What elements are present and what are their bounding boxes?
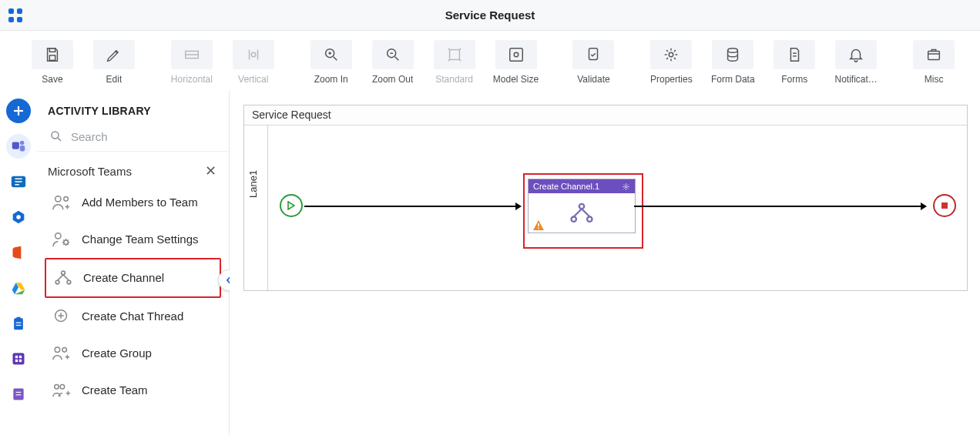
activity-create-channel[interactable]: Create Channel — [45, 258, 221, 298]
rail-teams-icon[interactable] — [6, 134, 31, 159]
start-node[interactable] — [280, 194, 303, 217]
svg-point-53 — [64, 197, 69, 202]
activity-label: Create Team — [82, 383, 148, 397]
model-size-label: Model Size — [493, 74, 539, 85]
end-node[interactable] — [933, 194, 956, 217]
activity-create-chat-thread[interactable]: Create Chat Thread — [45, 298, 221, 335]
main: ACTIVITY LIBRARY Microsoft Teams ✕ Add M… — [0, 91, 980, 435]
search-box[interactable] — [37, 129, 229, 152]
rail-hexagon-icon[interactable] — [6, 205, 31, 229]
rail-exchange-icon[interactable] — [6, 169, 31, 194]
svg-rect-4 — [49, 49, 55, 52]
svg-line-51 — [58, 138, 61, 141]
zoom-in-button[interactable]: Zoom In — [300, 40, 362, 85]
activity-create-group[interactable]: Create Group — [45, 335, 221, 372]
svg-rect-29 — [12, 142, 19, 149]
notifications-button[interactable]: Notificat… — [825, 40, 887, 85]
svg-marker-74 — [288, 202, 294, 209]
vertical-button: Vertical — [223, 40, 284, 85]
svg-rect-5 — [49, 55, 55, 60]
canvas[interactable]: Service Request Lane1 Create Channel.1 — [230, 91, 980, 435]
activity-add-members[interactable]: Add Members to Team — [45, 184, 221, 221]
svg-rect-0 — [8, 8, 14, 14]
activity-library-panel: ACTIVITY LIBRARY Microsoft Teams ✕ Add M… — [37, 91, 230, 435]
gear-icon[interactable] — [622, 182, 630, 191]
group-label: Microsoft Teams — [48, 165, 132, 178]
edit-button[interactable]: Edit — [83, 40, 145, 85]
form-data-button[interactable]: Form Data — [702, 40, 764, 85]
misc-button[interactable]: Misc — [903, 40, 965, 85]
svg-line-79 — [574, 209, 582, 216]
svg-point-56 — [55, 233, 61, 239]
activity-create-team[interactable]: Create Team — [45, 372, 221, 409]
svg-point-50 — [52, 132, 59, 139]
svg-point-76 — [579, 204, 584, 209]
svg-rect-3 — [17, 17, 22, 22]
svg-rect-38 — [14, 318, 23, 330]
rail-add-button[interactable] — [6, 99, 31, 123]
zoom-out-label: Zoom Out — [372, 74, 413, 85]
svg-point-10 — [251, 52, 256, 57]
toolbar: Save Edit Horizontal Vertical Zoom In Zo… — [0, 31, 980, 91]
form-data-label: Form Data — [711, 74, 755, 85]
search-input[interactable] — [71, 130, 217, 143]
svg-rect-45 — [15, 360, 18, 362]
save-button[interactable]: Save — [22, 40, 83, 85]
svg-rect-44 — [19, 356, 22, 358]
svg-rect-21 — [589, 49, 598, 60]
rail-app-icon[interactable] — [6, 346, 31, 371]
svg-point-30 — [20, 141, 25, 146]
activity-list: Add Members to Team Change Team Settings… — [37, 184, 229, 409]
edit-label: Edit — [106, 74, 123, 85]
group-plus-icon — [51, 343, 72, 364]
group-header: Microsoft Teams ✕ — [37, 158, 229, 184]
svg-rect-82 — [538, 223, 539, 226]
horizontal-label: Horizontal — [171, 74, 213, 85]
activity-label: Change Team Settings — [82, 233, 199, 246]
people-gear-icon — [51, 229, 72, 250]
activity-label: Add Members to Team — [82, 196, 198, 209]
rail-office-icon[interactable] — [6, 240, 31, 265]
activity-change-team-settings[interactable]: Change Team Settings — [45, 221, 221, 258]
stop-icon — [941, 202, 948, 209]
svg-rect-43 — [15, 356, 18, 358]
process-frame: Service Request Lane1 Create Channel.1 — [243, 105, 968, 291]
vertical-label: Vertical — [238, 74, 268, 85]
rail-drive-icon[interactable] — [6, 276, 31, 300]
chat-plus-icon — [51, 306, 72, 327]
activity-node-body — [529, 193, 635, 233]
svg-rect-31 — [20, 146, 25, 151]
svg-rect-83 — [538, 228, 539, 229]
connector-1[interactable] — [304, 206, 520, 207]
people-plus-icon — [51, 192, 72, 213]
model-size-button[interactable]: Model Size — [485, 40, 547, 85]
standard-label: Standard — [435, 74, 473, 85]
channel-icon — [52, 267, 74, 289]
activity-node-header: Create Channel.1 — [529, 179, 635, 193]
warning-icon — [533, 220, 544, 230]
svg-point-67 — [62, 348, 67, 353]
svg-point-34 — [16, 215, 21, 219]
svg-point-77 — [572, 217, 576, 222]
svg-line-62 — [63, 275, 69, 280]
rail-doc-icon[interactable] — [6, 382, 31, 407]
zoom-out-button[interactable]: Zoom Out — [362, 40, 424, 85]
svg-point-20 — [514, 52, 519, 57]
svg-rect-42 — [13, 353, 25, 365]
zoom-in-label: Zoom In — [314, 74, 348, 85]
activity-node-title: Create Channel.1 — [533, 182, 599, 191]
save-label: Save — [42, 74, 62, 85]
rail-clipboard-icon[interactable] — [6, 311, 31, 336]
notifications-label: Notificat… — [834, 74, 877, 85]
activity-node-create-channel[interactable]: Create Channel.1 — [528, 179, 636, 233]
connector-2[interactable] — [634, 206, 925, 207]
forms-button[interactable]: Forms — [764, 40, 825, 85]
svg-point-23 — [728, 49, 738, 53]
panel-title: ACTIVITY LIBRARY — [37, 105, 229, 129]
svg-point-66 — [55, 347, 60, 353]
app-launcher-icon[interactable] — [0, 8, 31, 23]
standard-button: Standard — [424, 40, 485, 85]
validate-button[interactable]: Validate — [562, 40, 624, 85]
properties-button[interactable]: Properties — [640, 40, 702, 85]
close-icon[interactable]: ✕ — [205, 162, 216, 179]
